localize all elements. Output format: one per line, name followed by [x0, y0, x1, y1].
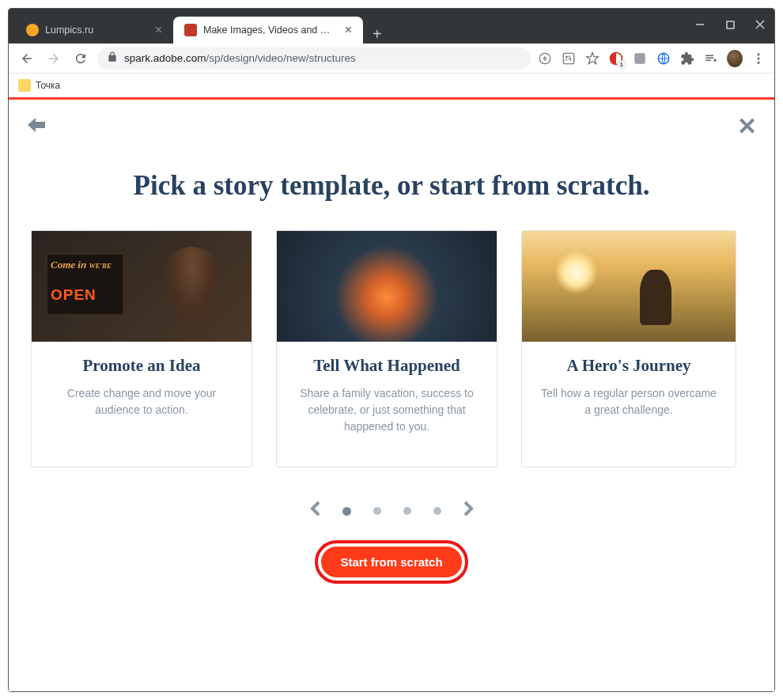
svg-point-10: [758, 53, 760, 55]
back-button[interactable]: [17, 48, 37, 69]
pager-dot-4[interactable]: [433, 507, 441, 515]
card-promote-idea[interactable]: Come in WE'RE OPEN Promote an Idea Creat…: [31, 230, 252, 467]
template-cards: Come in WE'RE OPEN Promote an Idea Creat…: [9, 230, 774, 467]
adblock-icon[interactable]: 1: [608, 51, 624, 66]
card-image: Come in WE'RE OPEN: [32, 231, 252, 342]
browser-window: Lumpics.ru × Make Images, Videos and Web…: [8, 8, 775, 692]
bookmark-tochka[interactable]: Точка: [18, 79, 60, 92]
card-title: A Hero's Journey: [538, 356, 720, 376]
favicon-lumpics: [26, 24, 39, 36]
card-body: A Hero's Journey Tell how a regular pers…: [522, 342, 736, 450]
star-icon[interactable]: [584, 51, 600, 66]
carousel-pager: [9, 501, 774, 521]
svg-point-12: [758, 61, 760, 63]
extension-icons: 1: [537, 51, 766, 66]
card-body: Tell What Happened Share a family vacati…: [277, 342, 497, 467]
page-content: ✕ Pick a story template, or start from s…: [9, 97, 774, 691]
minimize-icon[interactable]: [692, 17, 708, 32]
address-bar[interactable]: spark.adobe.com/sp/design/video/new/stru…: [97, 47, 531, 70]
translate-icon[interactable]: [561, 51, 577, 66]
tab-title: Make Images, Videos and Web S: [203, 25, 339, 36]
close-icon[interactable]: ×: [345, 23, 352, 37]
close-icon[interactable]: ×: [155, 23, 162, 37]
page-title: Pick a story template, or start from scr…: [9, 170, 774, 202]
folder-icon: [18, 79, 31, 92]
playlist-icon[interactable]: [703, 51, 719, 66]
tab-strip: Lumpics.ru × Make Images, Videos and Web…: [15, 9, 392, 44]
tab-title: Lumpics.ru: [45, 25, 149, 36]
card-image: [277, 231, 497, 342]
tab-lumpics[interactable]: Lumpics.ru ×: [15, 17, 173, 44]
pager-dot-1[interactable]: [342, 507, 351, 516]
avatar[interactable]: [727, 51, 743, 66]
extensions-puzzle-icon[interactable]: [679, 51, 695, 66]
window-controls: [692, 17, 768, 32]
card-body: Promote an Idea Create change and move y…: [32, 342, 252, 450]
card-desc: Share a family vacation, success to cele…: [293, 385, 481, 435]
pager-dot-2[interactable]: [373, 507, 381, 515]
cta-highlight: Start from scratch: [315, 540, 467, 584]
zoom-icon[interactable]: [537, 51, 553, 66]
extension-square-icon[interactable]: [632, 51, 648, 66]
page-close-icon[interactable]: ✕: [737, 112, 757, 140]
svg-rect-7: [563, 53, 574, 64]
card-title: Promote an Idea: [47, 356, 236, 376]
forward-button[interactable]: [44, 48, 64, 69]
card-desc: Tell how a regular person overcame a gre…: [538, 385, 720, 418]
sign-text: Come in WE'RE: [51, 259, 112, 271]
page-back-arrow-icon[interactable]: [26, 114, 47, 139]
card-desc: Create change and move your audience to …: [47, 385, 236, 418]
lock-icon: [107, 51, 118, 65]
titlebar: Lumpics.ru × Make Images, Videos and Web…: [9, 9, 774, 44]
close-window-icon[interactable]: [752, 17, 768, 32]
reload-button[interactable]: [70, 48, 91, 69]
menu-icon[interactable]: [751, 51, 766, 66]
maximize-icon[interactable]: [722, 17, 738, 32]
svg-rect-1: [727, 21, 734, 28]
pager-prev-icon[interactable]: [309, 501, 320, 521]
globe-icon[interactable]: [656, 51, 671, 66]
pager-next-icon[interactable]: [463, 501, 475, 521]
badge-count: 1: [617, 60, 626, 69]
page-header: ✕: [9, 100, 774, 140]
start-from-scratch-button[interactable]: Start from scratch: [321, 547, 461, 577]
new-tab-button[interactable]: +: [363, 25, 392, 44]
card-heros-journey[interactable]: A Hero's Journey Tell how a regular pers…: [521, 230, 736, 467]
pager-dot-3[interactable]: [403, 507, 411, 515]
url-text: spark.adobe.com/sp/design/video/new/stru…: [124, 52, 521, 64]
tab-spark[interactable]: Make Images, Videos and Web S ×: [173, 17, 363, 44]
cta-wrap: Start from scratch: [9, 540, 774, 584]
svg-rect-8: [634, 53, 645, 64]
card-tell-what-happened[interactable]: Tell What Happened Share a family vacati…: [276, 230, 497, 467]
svg-point-11: [758, 57, 760, 59]
bookmark-label: Точка: [36, 80, 60, 91]
toolbar: spark.adobe.com/sp/design/video/new/stru…: [9, 44, 774, 74]
sign-open: OPEN: [51, 286, 96, 304]
favicon-spark: [184, 24, 197, 36]
card-title: Tell What Happened: [293, 356, 481, 376]
card-image: [522, 231, 736, 342]
bookmarks-bar: Точка: [9, 74, 774, 97]
